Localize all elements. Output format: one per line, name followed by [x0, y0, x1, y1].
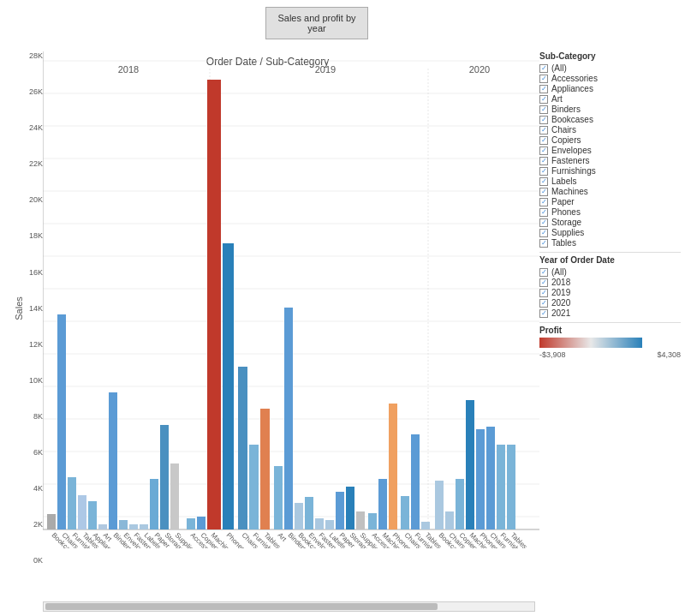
legend-item-appliances[interactable]: Appliances: [539, 84, 681, 93]
legend-label-phones: Phones: [551, 207, 581, 217]
svg-rect-47: [325, 520, 334, 529]
svg-rect-60: [466, 400, 474, 529]
legend-item-art[interactable]: Art: [539, 94, 681, 104]
horizontal-scrollbar[interactable]: [43, 601, 535, 612]
legend-checkbox-bookcases[interactable]: [539, 116, 548, 124]
profit-labels: -$3,908 $4,308: [539, 350, 681, 359]
svg-rect-24: [68, 477, 76, 529]
legend-label-envelopes: Envelopes: [551, 146, 592, 155]
subcategory-legend-title: Sub-Category: [539, 51, 681, 61]
legend-checkbox-year-2018[interactable]: [539, 278, 548, 287]
legend-checkbox-machines[interactable]: [539, 188, 548, 196]
legend-item-year-2021[interactable]: 2021: [539, 308, 681, 318]
svg-rect-46: [315, 518, 324, 529]
legend-checkbox-phones[interactable]: [539, 208, 548, 217]
legend-label-furnishings: Furnishings: [551, 166, 596, 176]
svg-rect-41: [260, 409, 270, 529]
legend-item-all[interactable]: (All): [539, 63, 681, 73]
legend-label-binders: Binders: [551, 105, 581, 114]
legend-label-bookcases: Bookcases: [551, 115, 593, 124]
legend-item-year-2018[interactable]: 2018: [539, 278, 681, 287]
legend-item-labels[interactable]: Labels: [539, 176, 681, 186]
svg-rect-53: [389, 404, 397, 529]
legend-label-machines: Machines: [551, 187, 588, 196]
legend-checkbox-fasteners[interactable]: [539, 157, 548, 165]
svg-rect-63: [497, 445, 505, 529]
legend-label-all: (All): [551, 63, 567, 73]
profit-gradient: [539, 338, 642, 348]
svg-rect-64: [507, 445, 515, 529]
y-tick: 6K: [13, 448, 43, 457]
svg-rect-50: [356, 511, 365, 529]
legend-checkbox-year-all[interactable]: [539, 268, 548, 277]
y-tick: 2K: [13, 520, 43, 529]
legend-label-year-2021: 2021: [551, 308, 570, 318]
legend-checkbox-envelopes[interactable]: [539, 147, 548, 155]
svg-rect-25: [78, 495, 86, 529]
legend-item-tables[interactable]: Tables: [539, 238, 681, 248]
legend-label-chairs: Chairs: [551, 125, 576, 135]
legend-checkbox-supplies[interactable]: [539, 229, 548, 237]
legend-label-art: Art: [551, 94, 563, 104]
svg-rect-39: [238, 367, 247, 529]
legend-item-chairs[interactable]: Chairs: [539, 125, 681, 135]
legend-label-appliances: Appliances: [551, 84, 593, 93]
legend-item-paper[interactable]: Paper: [539, 197, 681, 206]
legend-item-bookcases[interactable]: Bookcases: [539, 115, 681, 124]
svg-rect-57: [435, 481, 444, 529]
legend-label-supplies: Supplies: [551, 228, 584, 237]
svg-rect-22: [47, 514, 56, 529]
svg-rect-44: [295, 503, 303, 529]
svg-rect-26: [88, 501, 97, 529]
y-tick: 0K: [13, 556, 43, 565]
svg-rect-40: [249, 445, 259, 529]
legend-checkbox-storage[interactable]: [539, 218, 548, 227]
legend-checkbox-paper[interactable]: [539, 198, 548, 206]
scrollbar-thumb[interactable]: [45, 603, 438, 610]
legend-item-copiers[interactable]: Copiers: [539, 135, 681, 145]
legend-label-year-2019: 2019: [551, 288, 570, 297]
year-legend-title: Year of Order Date: [539, 255, 681, 265]
svg-rect-61: [476, 429, 485, 529]
legend-label-fasteners: Fasteners: [551, 156, 589, 165]
legend-item-envelopes[interactable]: Envelopes: [539, 146, 681, 155]
legend-checkbox-chairs[interactable]: [539, 126, 548, 135]
legend-checkbox-furnishings[interactable]: [539, 167, 548, 176]
legend-item-supplies[interactable]: Supplies: [539, 228, 681, 237]
legend-checkbox-year-2021[interactable]: [539, 309, 548, 318]
tooltip-line2: year: [307, 23, 325, 33]
legend-checkbox-year-2020[interactable]: [539, 299, 548, 308]
legend-label-year-2018: 2018: [551, 278, 570, 287]
y-tick: 14K: [13, 304, 43, 313]
legend-item-binders[interactable]: Binders: [539, 105, 681, 114]
legend-checkbox-art[interactable]: [539, 95, 548, 104]
y-tick: 28K: [13, 51, 43, 60]
legend-checkbox-year-2019[interactable]: [539, 289, 548, 297]
legend-checkbox-accessories[interactable]: [539, 75, 548, 83]
legend-item-machines[interactable]: Machines: [539, 187, 681, 196]
legend-item-year-2019[interactable]: 2019: [539, 288, 681, 297]
legend-item-phones[interactable]: Phones: [539, 207, 681, 217]
legend-item-accessories[interactable]: Accessories: [539, 74, 681, 83]
legend-checkbox-copiers[interactable]: [539, 136, 548, 145]
legend-checkbox-tables[interactable]: [539, 239, 548, 248]
legend-checkbox-all[interactable]: [539, 64, 548, 73]
y-ticks: 0K 2K 4K 6K 8K 10K 12K 14K 16K 18K 20K 2…: [13, 51, 43, 565]
legend-label-storage: Storage: [551, 218, 581, 227]
legend-label-accessories: Accessories: [551, 74, 598, 83]
svg-rect-33: [160, 425, 169, 529]
legend-checkbox-appliances[interactable]: [539, 85, 548, 93]
tooltip-line1: Sales and profit by: [277, 13, 355, 23]
legend-divider-2: [539, 322, 681, 323]
legend-checkbox-binders[interactable]: [539, 105, 548, 114]
legend-checkbox-labels[interactable]: [539, 177, 548, 186]
profit-max-label: $4,308: [657, 350, 681, 359]
legend-item-furnishings[interactable]: Furnishings: [539, 166, 681, 176]
legend-item-storage[interactable]: Storage: [539, 218, 681, 227]
svg-rect-54: [401, 496, 409, 529]
legend-item-fasteners[interactable]: Fasteners: [539, 156, 681, 165]
legend-item-year-2020[interactable]: 2020: [539, 298, 681, 308]
svg-rect-45: [305, 497, 313, 529]
svg-text:2020: 2020: [469, 64, 490, 75]
legend-item-year-all[interactable]: (All): [539, 267, 681, 277]
